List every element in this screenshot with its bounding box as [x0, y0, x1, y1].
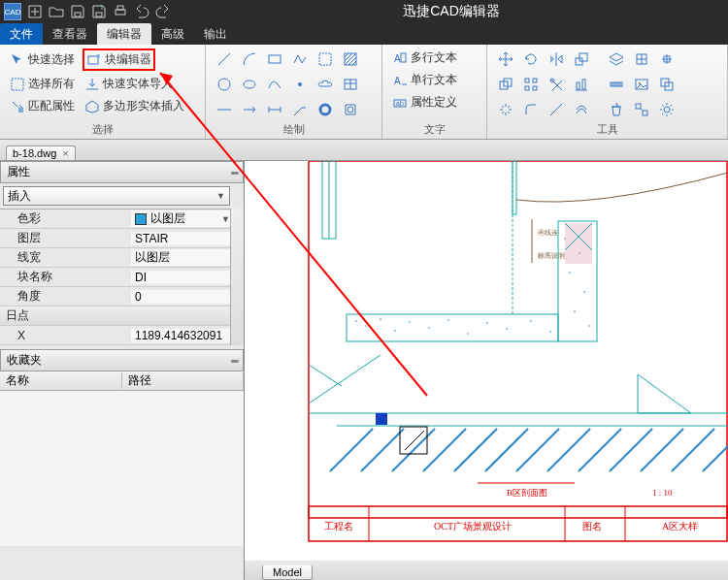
select-all-button[interactable]: 选择所有	[8, 75, 77, 93]
settings-icon[interactable]	[656, 99, 678, 120]
fillet-icon[interactable]	[520, 99, 542, 120]
region-icon[interactable]	[314, 48, 336, 70]
quick-entity-import-button[interactable]: 快速实体导入	[83, 75, 175, 93]
prop-row-x[interactable]: X1189.414632091	[0, 326, 230, 345]
tab-viewer[interactable]: 查看器	[43, 23, 97, 45]
array-icon[interactable]	[520, 74, 542, 95]
ribbon-group-select-label: 选择	[8, 120, 197, 137]
dim-icon[interactable]	[264, 99, 285, 120]
svg-rect-55	[347, 314, 558, 341]
prop-row-angle[interactable]: 角度0	[0, 287, 230, 306]
mtext-button[interactable]: A 多行文本	[390, 48, 479, 67]
model-tab[interactable]: Model	[262, 565, 313, 580]
point-icon[interactable]	[289, 74, 311, 95]
ellipse-icon[interactable]	[239, 74, 260, 95]
arc-icon[interactable]	[239, 48, 260, 70]
document-tab[interactable]: b-18.dwg ×	[6, 145, 76, 160]
block-editor-label: 块编辑器	[105, 51, 151, 68]
block-editor-button[interactable]: 块编辑器	[83, 48, 155, 71]
cloud-icon[interactable]	[314, 74, 336, 95]
insert-icon[interactable]	[656, 48, 678, 70]
prop-section-point[interactable]: 日点	[0, 306, 230, 326]
svg-rect-19	[401, 53, 406, 62]
explode-icon[interactable]	[495, 99, 516, 120]
quick-access-toolbar: CAD	[0, 3, 175, 20]
layer-icon[interactable]	[606, 48, 627, 70]
favorites-title: 收藏夹▪▪▪	[0, 349, 244, 371]
prop-row-lw[interactable]: 线宽以图层	[0, 248, 230, 268]
svg-point-59	[380, 318, 381, 320]
purge-icon[interactable]	[606, 99, 627, 120]
fav-col-path[interactable]: 路径	[122, 372, 245, 389]
line-icon[interactable]	[214, 48, 235, 70]
open-icon[interactable]	[49, 4, 64, 19]
tab-file[interactable]: 文件	[0, 23, 43, 45]
side-panel: 属性▪▪▪ 插入 ▼ 色彩 以图层▼ 图层STAIR 线宽以图层 块名称DI 角…	[0, 161, 245, 580]
prop-row-layer[interactable]: 图层STAIR	[0, 229, 230, 248]
table-icon[interactable]	[340, 74, 361, 95]
stext-label: 单行文本	[411, 72, 457, 88]
svg-rect-33	[582, 80, 585, 89]
xline-icon[interactable]	[214, 99, 235, 120]
match-props-label: 匹配属性	[28, 98, 75, 114]
copy-icon[interactable]	[495, 74, 516, 95]
quick-select-button[interactable]: 快速选择	[8, 50, 77, 69]
ray-icon[interactable]	[239, 99, 260, 120]
xref-icon[interactable]	[656, 74, 678, 95]
fav-col-name[interactable]: 名称	[0, 372, 122, 389]
measure-icon[interactable]	[606, 74, 627, 95]
rectangle-icon[interactable]	[264, 48, 285, 70]
leader-icon[interactable]	[289, 99, 311, 120]
move-icon[interactable]	[495, 48, 516, 70]
poly-entity-insert-button[interactable]: 多边形实体插入	[83, 97, 186, 115]
tab-advanced[interactable]: 高级	[151, 23, 194, 45]
new-icon[interactable]	[27, 4, 43, 19]
grip-point[interactable]	[376, 413, 387, 425]
hatch-icon[interactable]	[340, 48, 361, 70]
spline-icon[interactable]	[264, 74, 285, 95]
mirror-icon[interactable]	[546, 48, 567, 70]
stext-button[interactable]: A 单行文本	[390, 71, 479, 89]
save-icon[interactable]	[70, 4, 85, 19]
callout-text: 画线连	[538, 229, 558, 236]
ribbon: 快速选择 块编辑器 选择所有 快速实体导入	[0, 45, 728, 140]
vertical-scrollbar[interactable]	[230, 209, 244, 345]
tab-editor[interactable]: 编辑器	[97, 23, 151, 45]
svg-point-43	[664, 107, 670, 113]
offset-icon[interactable]	[571, 99, 592, 120]
saveas-icon[interactable]	[91, 4, 107, 19]
svg-point-72	[583, 291, 585, 293]
svg-point-6	[96, 54, 100, 58]
block-icon[interactable]	[631, 48, 652, 70]
polyline-icon[interactable]	[289, 48, 311, 70]
chevron-down-icon[interactable]: ▼	[221, 214, 230, 224]
scale-icon[interactable]	[571, 48, 592, 70]
circle-icon[interactable]	[214, 74, 235, 95]
match-props-button[interactable]: 匹配属性	[8, 97, 77, 115]
image-icon[interactable]	[631, 74, 652, 95]
group-icon[interactable]	[631, 99, 652, 120]
align-icon[interactable]	[571, 74, 592, 95]
redo-icon[interactable]	[155, 4, 171, 19]
prop-row-block[interactable]: 块名称DI	[0, 268, 230, 287]
trim-icon[interactable]	[546, 74, 567, 95]
attdef-icon: ab	[392, 95, 408, 111]
svg-rect-9	[269, 55, 281, 63]
favorites-body	[0, 391, 244, 546]
undo-icon[interactable]	[134, 4, 149, 19]
print-icon[interactable]	[113, 4, 128, 19]
boundary-icon[interactable]	[340, 99, 361, 120]
svg-point-16	[320, 105, 330, 114]
diag-icon[interactable]	[546, 99, 567, 120]
close-icon[interactable]: ×	[62, 147, 68, 159]
app-logo[interactable]: CAD	[4, 3, 21, 20]
donut-icon[interactable]	[314, 99, 336, 120]
rotate-icon[interactable]	[520, 48, 542, 70]
drawing-canvas[interactable]: 工程名 OCT广场景观设计 图名 A区大样 B区剖面图 1 : 10 画线连 标…	[245, 161, 728, 580]
svg-rect-75	[565, 223, 592, 264]
svg-point-68	[549, 331, 551, 333]
tab-output[interactable]: 输出	[194, 23, 237, 45]
attdef-button[interactable]: ab 属性定义	[390, 93, 479, 112]
prop-row-color[interactable]: 色彩 以图层▼	[0, 209, 230, 229]
insert-dropdown[interactable]: 插入 ▼	[3, 186, 230, 206]
